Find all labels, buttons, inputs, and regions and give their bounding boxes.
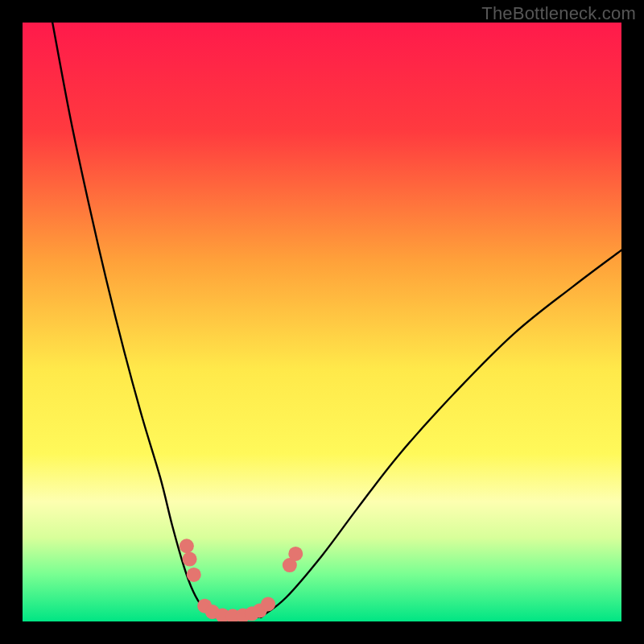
valley-marker-dot xyxy=(183,552,197,567)
plot-area xyxy=(23,23,621,621)
valley-marker-dot xyxy=(180,539,194,553)
outer-frame: TheBottleneck.com xyxy=(0,0,644,644)
valley-marker-dot xyxy=(288,547,303,561)
gradient-background xyxy=(23,23,621,621)
valley-marker-dot xyxy=(187,568,201,582)
chart-canvas xyxy=(23,23,621,621)
watermark-text: TheBottleneck.com xyxy=(481,3,636,24)
valley-marker-dot xyxy=(261,597,275,611)
